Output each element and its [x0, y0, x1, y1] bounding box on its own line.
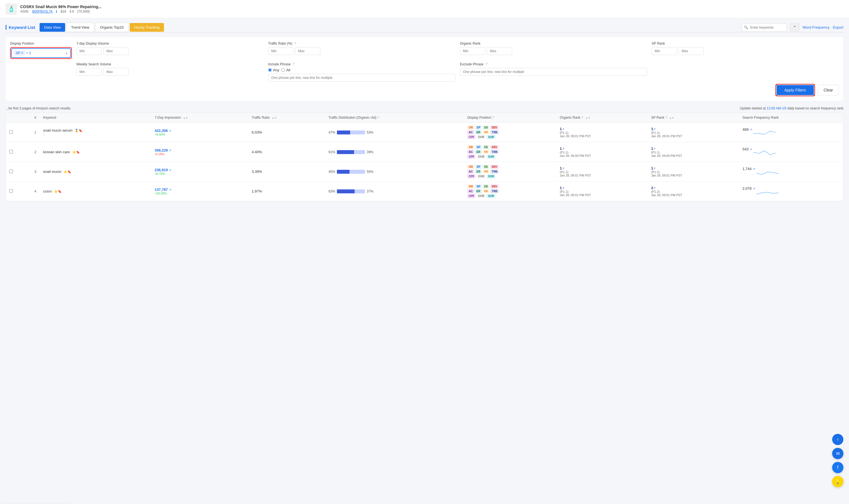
- collapse-button[interactable]: ⌃: [790, 23, 799, 32]
- exclude-phrase-help-icon[interactable]: ?: [485, 62, 488, 66]
- keyword-search-input[interactable]: [742, 23, 787, 32]
- data-table: # Keyword 7-Day Impression ▲▼ Traffic Ra…: [6, 112, 843, 201]
- row-display-position-1: ORSPSBSBV ACERHRTRB CPFOORSOR: [464, 123, 556, 142]
- keyword-search-wrap: 🔍: [742, 23, 787, 32]
- display-position-label: Display Position: [10, 41, 72, 46]
- row-traffic-dist-3: 45% 55%: [325, 162, 464, 182]
- weekly-search-max-input[interactable]: [103, 68, 128, 76]
- traffic-ratio-help-icon[interactable]: ?: [294, 41, 296, 46]
- main-container: Keyword List Data View Trend View Organi…: [0, 18, 849, 206]
- row-organic-rank-3: 1↗ (P1-1) Jan 28, 09:01 PM PST: [556, 162, 648, 182]
- info-icon[interactable]: ℹ: [56, 10, 57, 14]
- product-rating: 4.6: [69, 10, 74, 14]
- include-phrase-help-icon[interactable]: ?: [293, 62, 295, 66]
- product-price: $16: [60, 10, 66, 14]
- exclude-phrase-filter: Exclude Phrase ?: [460, 62, 647, 82]
- row-sp-rank-4: 2↗ (P1-2) Jan 28, 09:01 PM PST: [648, 182, 739, 201]
- table-row: 3 snail mucin ⭐🔖 236,919 ↗ +8.75% 3.39% …: [6, 162, 843, 182]
- weekly-search-min-input[interactable]: [76, 68, 102, 76]
- product-info: COSRX Snail Mucin 96% Power Repairing...…: [20, 4, 101, 14]
- sp-rank-filter: SP Rank: [652, 41, 839, 59]
- sort-icon-traffic[interactable]: ▲▼: [272, 116, 277, 119]
- row-keyword-2: korean skin care ⭐🔖: [40, 142, 151, 162]
- product-meta: ASIN: B00PBX3L7K ℹ $16 4.6 (70,949): [20, 10, 101, 14]
- row-organic-rank-1: 1↗ (P1-1) Jan 28, 09:01 PM PST: [556, 123, 648, 142]
- dp-tag-sp: SP ×: [14, 51, 25, 56]
- sort-icon-impression[interactable]: ▲▼: [183, 116, 188, 119]
- sort-icon-organic[interactable]: ▲▼: [585, 116, 590, 119]
- row-impression-4: 137,787 ↗ +29.59%: [151, 182, 248, 201]
- help-icon-display-pos[interactable]: ?: [492, 115, 494, 120]
- sp-rank-inputs: [652, 47, 839, 55]
- display-position-filter: Display Position SP × + 2 ∧ Organic Rank…: [10, 41, 72, 59]
- organic-rank-label: Organic Rank: [460, 41, 647, 46]
- organic-rank-min-input[interactable]: [460, 47, 485, 55]
- row-traffic-dist-1: 47% 53%: [325, 123, 464, 142]
- include-phrase-input[interactable]: [268, 74, 455, 82]
- seven-day-min-input[interactable]: [76, 47, 102, 55]
- traffic-ratio-min-input[interactable]: [268, 47, 294, 55]
- tab-data-view[interactable]: Data View: [40, 23, 65, 32]
- row-display-position-3: ORSPSBSBV ACERHRTRB CPFOORSOR: [464, 162, 556, 182]
- tab-organic-top10[interactable]: Organic Top10: [95, 23, 128, 32]
- sp-rank-min-input[interactable]: [652, 47, 677, 55]
- weekly-search-volume-filter: Weekly Search Volume: [76, 62, 264, 82]
- row-sp-rank-1: 1↗ (P1-1) Jan 28, 09:01 PM PST: [648, 123, 739, 142]
- display-position-input[interactable]: SP × + 2 ∧: [11, 48, 71, 58]
- seven-day-display-volume-filter: 7-day Display Volume: [76, 41, 264, 59]
- organic-rank-max-input[interactable]: [487, 47, 512, 55]
- include-phrase-any-radio[interactable]: Any: [268, 68, 279, 72]
- row-checkbox-3[interactable]: [6, 162, 31, 182]
- th-traffic-ratio: Traffic Ratio ▲▼: [248, 113, 325, 123]
- row-sfr-2: 543 ↗: [739, 142, 843, 162]
- row-traffic-ratio-1: 6.03%: [248, 123, 325, 142]
- traffic-ratio-max-input[interactable]: [295, 47, 320, 55]
- apply-btn-outer: Apply Filters: [775, 84, 815, 96]
- product-image: 🧴: [6, 3, 17, 15]
- seven-day-max-input[interactable]: [103, 47, 128, 55]
- row-rank-2: 2: [31, 142, 40, 162]
- sfr-sparkline-4: [756, 186, 779, 196]
- apply-filters-button[interactable]: Apply Filters: [777, 85, 814, 95]
- help-icon-organic-rank[interactable]: ?: [581, 115, 583, 120]
- dp-chevron-icon: ∧: [65, 51, 68, 55]
- clear-button[interactable]: Clear: [818, 85, 839, 95]
- th-organic-rank: Organic Rank ? ▲▼: [556, 113, 648, 123]
- update-time: 12:00 AM US: [766, 106, 786, 110]
- row-keyword-1: snail mucin serum 🏅🔖 ○: [40, 123, 151, 142]
- traffic-ratio-filter: Traffic Ratio (%) ?: [268, 41, 455, 59]
- asin-label: ASIN:: [20, 10, 29, 14]
- filters-grid-row1: Display Position SP × + 2 ∧ Organic Rank…: [10, 41, 839, 59]
- filters-actions: Apply Filters Clear: [10, 84, 839, 96]
- sfr-sparkline-3: [756, 167, 779, 177]
- include-phrase-all-radio[interactable]: All: [281, 68, 290, 72]
- row-rank-3: 3: [31, 162, 40, 182]
- row-checkbox-2[interactable]: [6, 142, 31, 162]
- help-icon-sp-rank[interactable]: ?: [666, 115, 667, 120]
- traffic-ratio-label: Traffic Ratio (%) ?: [268, 41, 455, 46]
- row-checkbox-1[interactable]: [6, 123, 31, 142]
- tab-hourly-tracking[interactable]: Hourly Tracking: [130, 23, 164, 32]
- row-traffic-ratio-3: 3.39%: [248, 162, 325, 182]
- display-position-outer: SP × + 2 ∧ Organic Rank SP ✓ SB ✓: [10, 47, 72, 59]
- row-keyword-3: snail mucin ⭐🔖: [40, 162, 151, 182]
- info-bar: ...he first 3 pages of Amazon search res…: [6, 104, 843, 112]
- th-sfr: Search Frequency Rank: [739, 113, 843, 123]
- organic-rank-inputs: [460, 47, 647, 55]
- product-header: 🧴 COSRX Snail Mucin 96% Power Repairing.…: [0, 0, 849, 18]
- word-frequency-button[interactable]: Word Frequency: [803, 25, 830, 30]
- help-icon-traffic-dist[interactable]: ?: [377, 115, 379, 120]
- update-info: Update started at 12:00 AM US daily base…: [740, 106, 843, 110]
- tab-trend-view[interactable]: Trend View: [66, 23, 94, 32]
- weekly-search-label: Weekly Search Volume: [76, 62, 264, 66]
- row-keyword-4: cosrx ⭐🔖: [40, 182, 151, 201]
- tabs-row: Keyword List Data View Trend View Organi…: [6, 23, 843, 33]
- sort-icon-sp[interactable]: ▲▼: [669, 116, 674, 119]
- row-checkbox-4[interactable]: [6, 182, 31, 201]
- th-rank: #: [31, 113, 40, 123]
- exclude-phrase-input[interactable]: [460, 68, 647, 76]
- seven-day-inputs: [76, 47, 264, 55]
- table-header-row: # Keyword 7-Day Impression ▲▼ Traffic Ra…: [6, 113, 843, 123]
- sp-rank-max-input[interactable]: [678, 47, 704, 55]
- export-button[interactable]: Export: [833, 25, 843, 30]
